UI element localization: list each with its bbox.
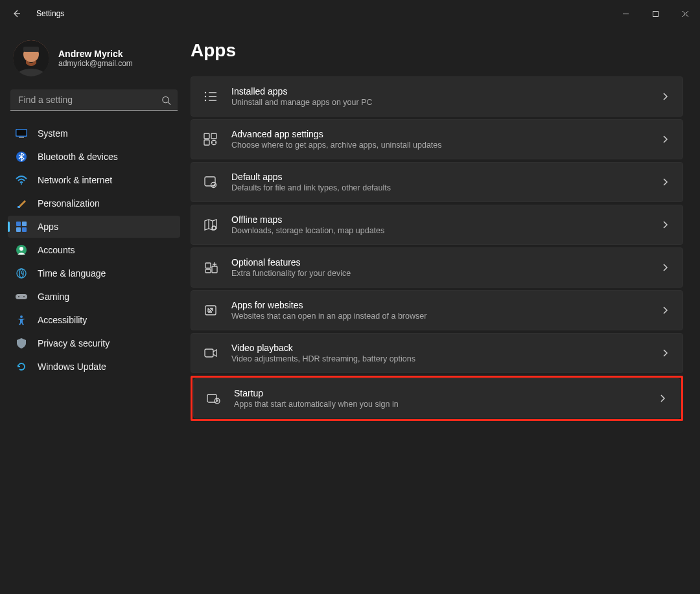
nav-item-accessibility[interactable]: Accessibility <box>8 309 180 331</box>
clock-globe-icon <box>16 268 27 279</box>
card-subtitle: Extra functionality for your device <box>231 269 649 278</box>
nav-label: Accessibility <box>38 315 87 325</box>
chevron-right-icon <box>662 306 668 315</box>
nav-label: System <box>38 128 68 139</box>
card-installed-apps[interactable]: Installed apps Uninstall and manage apps… <box>191 76 683 117</box>
svg-point-25 <box>205 100 206 101</box>
accounts-icon <box>16 244 27 256</box>
nav-label: Bluetooth & devices <box>38 152 118 162</box>
minimize-button[interactable] <box>611 3 640 24</box>
search-icon <box>161 95 171 105</box>
window-title: Settings <box>36 9 64 18</box>
card-subtitle: Uninstall and manage apps on your PC <box>231 98 649 107</box>
svg-rect-30 <box>205 177 215 186</box>
system-icon <box>16 128 27 139</box>
nav-label: Personalization <box>38 198 100 209</box>
card-title: Apps for websites <box>231 300 649 310</box>
avatar <box>13 40 49 76</box>
svg-rect-11 <box>16 222 21 226</box>
svg-point-22 <box>20 315 23 318</box>
accessibility-icon <box>16 314 27 326</box>
svg-point-9 <box>21 183 22 185</box>
profile-name: Andrew Myrick <box>58 49 133 59</box>
back-arrow-icon <box>12 8 22 19</box>
nav-item-windows-update[interactable]: Windows Update <box>8 356 180 378</box>
chevron-right-icon <box>662 92 668 101</box>
chevron-right-icon <box>662 263 668 272</box>
chevron-right-icon <box>662 177 668 187</box>
svg-rect-12 <box>22 222 27 226</box>
close-button[interactable] <box>670 3 700 24</box>
nav-item-accounts[interactable]: Accounts <box>8 239 180 261</box>
nav-item-bluetooth[interactable]: Bluetooth & devices <box>8 146 180 168</box>
nav-label: Apps <box>38 222 58 232</box>
nav-label: Gaming <box>38 291 69 302</box>
nav-item-time-language[interactable]: Time & language <box>8 262 180 284</box>
card-title: Installed apps <box>231 86 649 97</box>
svg-rect-3 <box>23 47 39 52</box>
card-apps-for-websites[interactable]: Apps for websites Websites that can open… <box>191 290 683 330</box>
startup-icon <box>205 391 221 406</box>
card-advanced-app-settings[interactable]: Advanced app settings Choose where to ge… <box>191 119 683 159</box>
card-subtitle: Websites that can open in an app instead… <box>231 312 649 321</box>
svg-rect-14 <box>22 227 27 232</box>
card-title: Optional features <box>231 257 649 268</box>
nav-label: Privacy & security <box>38 338 110 348</box>
card-startup[interactable]: Startup Apps that start automatically wh… <box>193 378 681 418</box>
card-subtitle: Video adjustments, HDR streaming, batter… <box>231 354 649 363</box>
installed-apps-icon <box>203 89 218 104</box>
search-wrap <box>10 89 178 111</box>
optional-features-icon <box>203 260 218 275</box>
nav: System Bluetooth & devices Network & int… <box>8 122 180 378</box>
settings-card-list: Installed apps Uninstall and manage apps… <box>191 76 683 421</box>
advanced-settings-icon <box>203 131 218 147</box>
shield-icon <box>16 337 27 349</box>
nav-item-gaming[interactable]: Gaming <box>8 286 180 308</box>
page-title: Apps <box>191 40 683 61</box>
svg-rect-27 <box>211 133 216 139</box>
svg-point-23 <box>205 92 206 93</box>
chevron-right-icon <box>662 220 668 229</box>
nav-item-privacy[interactable]: Privacy & security <box>8 332 180 354</box>
card-title: Video playback <box>231 343 649 353</box>
apps-icon <box>16 221 27 233</box>
svg-point-16 <box>19 247 23 251</box>
video-playback-icon <box>203 345 218 361</box>
card-subtitle: Defaults for file and link types, other … <box>231 183 649 192</box>
card-title: Default apps <box>231 172 649 182</box>
card-optional-features[interactable]: Optional features Extra functionality fo… <box>191 247 683 288</box>
svg-rect-37 <box>205 349 213 357</box>
close-icon <box>682 10 689 17</box>
nav-label: Windows Update <box>38 361 106 372</box>
profile-email: admyrick@gmail.com <box>58 59 133 68</box>
nav-item-apps[interactable]: Apps <box>8 216 180 238</box>
search-input[interactable] <box>10 89 178 111</box>
svg-rect-35 <box>212 266 217 273</box>
chevron-right-icon <box>662 135 668 144</box>
paintbrush-icon <box>16 198 27 209</box>
maximize-button[interactable] <box>640 3 670 24</box>
back-button[interactable] <box>6 3 27 24</box>
card-video-playback[interactable]: Video playback Video adjustments, HDR st… <box>191 333 683 373</box>
wifi-icon <box>16 174 27 186</box>
titlebar: Settings <box>0 0 700 27</box>
svg-point-21 <box>23 296 25 297</box>
svg-rect-7 <box>19 137 24 139</box>
card-default-apps[interactable]: Default apps Defaults for file and link … <box>191 162 683 202</box>
maximize-icon <box>652 10 659 17</box>
nav-item-system[interactable]: System <box>8 122 180 144</box>
card-subtitle: Apps that start automatically when you s… <box>234 400 646 409</box>
svg-rect-26 <box>204 133 209 139</box>
svg-rect-13 <box>16 227 21 232</box>
svg-rect-0 <box>653 11 658 16</box>
card-title: Offline maps <box>231 214 649 225</box>
nav-item-personalization[interactable]: Personalization <box>8 192 180 214</box>
card-offline-maps[interactable]: Offline maps Downloads, storage location… <box>191 205 683 245</box>
svg-rect-28 <box>204 140 209 145</box>
svg-point-20 <box>18 296 19 297</box>
profile-block[interactable]: Andrew Myrick admyrick@gmail.com <box>8 35 180 86</box>
card-title: Advanced app settings <box>231 129 649 139</box>
card-subtitle: Downloads, storage location, map updates <box>231 226 649 235</box>
svg-rect-38 <box>207 394 216 402</box>
nav-item-network[interactable]: Network & internet <box>8 169 180 191</box>
